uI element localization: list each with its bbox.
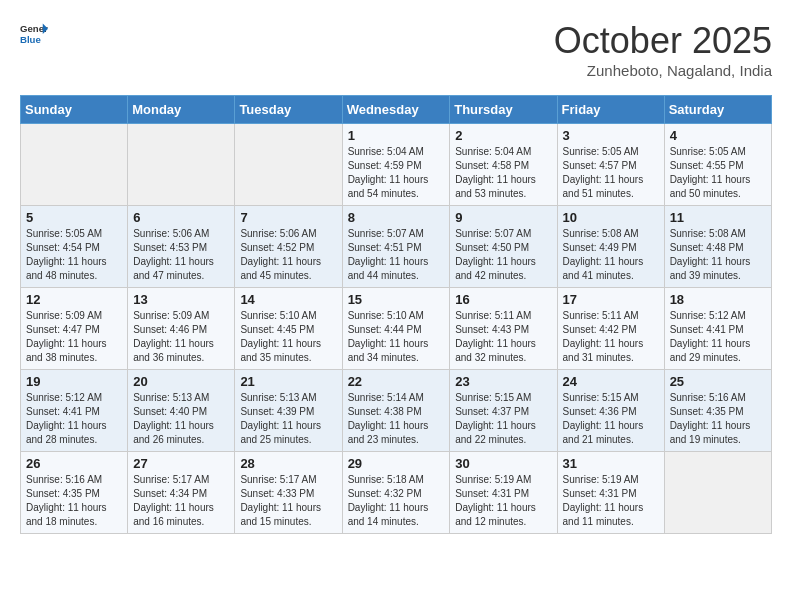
cell-content: Sunrise: 5:16 AM Sunset: 4:35 PM Dayligh… xyxy=(26,473,122,529)
day-number: 19 xyxy=(26,374,122,389)
cell-content: Sunrise: 5:11 AM Sunset: 4:42 PM Dayligh… xyxy=(563,309,659,365)
cell-content: Sunrise: 5:08 AM Sunset: 4:48 PM Dayligh… xyxy=(670,227,766,283)
calendar-cell xyxy=(128,124,235,206)
day-number: 2 xyxy=(455,128,551,143)
day-number: 29 xyxy=(348,456,445,471)
calendar-week-3: 12Sunrise: 5:09 AM Sunset: 4:47 PM Dayli… xyxy=(21,288,772,370)
calendar-cell: 11Sunrise: 5:08 AM Sunset: 4:48 PM Dayli… xyxy=(664,206,771,288)
day-number: 23 xyxy=(455,374,551,389)
day-number: 12 xyxy=(26,292,122,307)
day-number: 15 xyxy=(348,292,445,307)
calendar-cell: 18Sunrise: 5:12 AM Sunset: 4:41 PM Dayli… xyxy=(664,288,771,370)
cell-content: Sunrise: 5:12 AM Sunset: 4:41 PM Dayligh… xyxy=(26,391,122,447)
cell-content: Sunrise: 5:15 AM Sunset: 4:36 PM Dayligh… xyxy=(563,391,659,447)
day-number: 16 xyxy=(455,292,551,307)
day-header-thursday: Thursday xyxy=(450,96,557,124)
day-number: 26 xyxy=(26,456,122,471)
calendar-cell: 16Sunrise: 5:11 AM Sunset: 4:43 PM Dayli… xyxy=(450,288,557,370)
calendar-cell: 25Sunrise: 5:16 AM Sunset: 4:35 PM Dayli… xyxy=(664,370,771,452)
calendar-week-4: 19Sunrise: 5:12 AM Sunset: 4:41 PM Dayli… xyxy=(21,370,772,452)
cell-content: Sunrise: 5:19 AM Sunset: 4:31 PM Dayligh… xyxy=(563,473,659,529)
calendar-cell: 17Sunrise: 5:11 AM Sunset: 4:42 PM Dayli… xyxy=(557,288,664,370)
cell-content: Sunrise: 5:05 AM Sunset: 4:55 PM Dayligh… xyxy=(670,145,766,201)
cell-content: Sunrise: 5:15 AM Sunset: 4:37 PM Dayligh… xyxy=(455,391,551,447)
calendar-week-2: 5Sunrise: 5:05 AM Sunset: 4:54 PM Daylig… xyxy=(21,206,772,288)
day-number: 11 xyxy=(670,210,766,225)
calendar-cell: 4Sunrise: 5:05 AM Sunset: 4:55 PM Daylig… xyxy=(664,124,771,206)
calendar-cell: 23Sunrise: 5:15 AM Sunset: 4:37 PM Dayli… xyxy=(450,370,557,452)
calendar-cell: 10Sunrise: 5:08 AM Sunset: 4:49 PM Dayli… xyxy=(557,206,664,288)
calendar-cell: 19Sunrise: 5:12 AM Sunset: 4:41 PM Dayli… xyxy=(21,370,128,452)
day-number: 17 xyxy=(563,292,659,307)
calendar-cell: 29Sunrise: 5:18 AM Sunset: 4:32 PM Dayli… xyxy=(342,452,450,534)
calendar-cell xyxy=(664,452,771,534)
calendar-cell: 21Sunrise: 5:13 AM Sunset: 4:39 PM Dayli… xyxy=(235,370,342,452)
day-number: 10 xyxy=(563,210,659,225)
cell-content: Sunrise: 5:19 AM Sunset: 4:31 PM Dayligh… xyxy=(455,473,551,529)
cell-content: Sunrise: 5:07 AM Sunset: 4:50 PM Dayligh… xyxy=(455,227,551,283)
calendar-cell: 12Sunrise: 5:09 AM Sunset: 4:47 PM Dayli… xyxy=(21,288,128,370)
calendar-week-1: 1Sunrise: 5:04 AM Sunset: 4:59 PM Daylig… xyxy=(21,124,772,206)
day-header-saturday: Saturday xyxy=(664,96,771,124)
cell-content: Sunrise: 5:16 AM Sunset: 4:35 PM Dayligh… xyxy=(670,391,766,447)
day-number: 14 xyxy=(240,292,336,307)
day-number: 1 xyxy=(348,128,445,143)
calendar-cell: 2Sunrise: 5:04 AM Sunset: 4:58 PM Daylig… xyxy=(450,124,557,206)
calendar-cell: 22Sunrise: 5:14 AM Sunset: 4:38 PM Dayli… xyxy=(342,370,450,452)
day-number: 3 xyxy=(563,128,659,143)
day-header-tuesday: Tuesday xyxy=(235,96,342,124)
day-number: 25 xyxy=(670,374,766,389)
calendar-cell: 27Sunrise: 5:17 AM Sunset: 4:34 PM Dayli… xyxy=(128,452,235,534)
calendar-cell: 8Sunrise: 5:07 AM Sunset: 4:51 PM Daylig… xyxy=(342,206,450,288)
cell-content: Sunrise: 5:11 AM Sunset: 4:43 PM Dayligh… xyxy=(455,309,551,365)
day-number: 20 xyxy=(133,374,229,389)
day-number: 24 xyxy=(563,374,659,389)
calendar-cell: 9Sunrise: 5:07 AM Sunset: 4:50 PM Daylig… xyxy=(450,206,557,288)
day-header-friday: Friday xyxy=(557,96,664,124)
calendar-cell: 30Sunrise: 5:19 AM Sunset: 4:31 PM Dayli… xyxy=(450,452,557,534)
calendar-cell: 13Sunrise: 5:09 AM Sunset: 4:46 PM Dayli… xyxy=(128,288,235,370)
calendar-cell xyxy=(235,124,342,206)
day-number: 5 xyxy=(26,210,122,225)
calendar-week-5: 26Sunrise: 5:16 AM Sunset: 4:35 PM Dayli… xyxy=(21,452,772,534)
location-subtitle: Zunheboto, Nagaland, India xyxy=(554,62,772,79)
day-number: 21 xyxy=(240,374,336,389)
cell-content: Sunrise: 5:04 AM Sunset: 4:59 PM Dayligh… xyxy=(348,145,445,201)
calendar-cell: 31Sunrise: 5:19 AM Sunset: 4:31 PM Dayli… xyxy=(557,452,664,534)
calendar-table: SundayMondayTuesdayWednesdayThursdayFrid… xyxy=(20,95,772,534)
calendar-cell: 14Sunrise: 5:10 AM Sunset: 4:45 PM Dayli… xyxy=(235,288,342,370)
day-header-sunday: Sunday xyxy=(21,96,128,124)
page-header: General Blue October 2025 Zunheboto, Nag… xyxy=(20,20,772,79)
cell-content: Sunrise: 5:05 AM Sunset: 4:57 PM Dayligh… xyxy=(563,145,659,201)
day-header-monday: Monday xyxy=(128,96,235,124)
day-number: 6 xyxy=(133,210,229,225)
day-number: 30 xyxy=(455,456,551,471)
cell-content: Sunrise: 5:13 AM Sunset: 4:39 PM Dayligh… xyxy=(240,391,336,447)
calendar-cell: 24Sunrise: 5:15 AM Sunset: 4:36 PM Dayli… xyxy=(557,370,664,452)
cell-content: Sunrise: 5:08 AM Sunset: 4:49 PM Dayligh… xyxy=(563,227,659,283)
calendar-cell xyxy=(21,124,128,206)
calendar-cell: 20Sunrise: 5:13 AM Sunset: 4:40 PM Dayli… xyxy=(128,370,235,452)
cell-content: Sunrise: 5:10 AM Sunset: 4:44 PM Dayligh… xyxy=(348,309,445,365)
calendar-cell: 1Sunrise: 5:04 AM Sunset: 4:59 PM Daylig… xyxy=(342,124,450,206)
day-header-wednesday: Wednesday xyxy=(342,96,450,124)
cell-content: Sunrise: 5:09 AM Sunset: 4:47 PM Dayligh… xyxy=(26,309,122,365)
calendar-header-row: SundayMondayTuesdayWednesdayThursdayFrid… xyxy=(21,96,772,124)
calendar-cell: 28Sunrise: 5:17 AM Sunset: 4:33 PM Dayli… xyxy=(235,452,342,534)
cell-content: Sunrise: 5:17 AM Sunset: 4:33 PM Dayligh… xyxy=(240,473,336,529)
cell-content: Sunrise: 5:10 AM Sunset: 4:45 PM Dayligh… xyxy=(240,309,336,365)
cell-content: Sunrise: 5:12 AM Sunset: 4:41 PM Dayligh… xyxy=(670,309,766,365)
logo: General Blue xyxy=(20,20,48,48)
cell-content: Sunrise: 5:18 AM Sunset: 4:32 PM Dayligh… xyxy=(348,473,445,529)
cell-content: Sunrise: 5:07 AM Sunset: 4:51 PM Dayligh… xyxy=(348,227,445,283)
day-number: 31 xyxy=(563,456,659,471)
cell-content: Sunrise: 5:09 AM Sunset: 4:46 PM Dayligh… xyxy=(133,309,229,365)
calendar-cell: 3Sunrise: 5:05 AM Sunset: 4:57 PM Daylig… xyxy=(557,124,664,206)
svg-text:Blue: Blue xyxy=(20,34,41,45)
day-number: 8 xyxy=(348,210,445,225)
cell-content: Sunrise: 5:06 AM Sunset: 4:53 PM Dayligh… xyxy=(133,227,229,283)
day-number: 7 xyxy=(240,210,336,225)
day-number: 28 xyxy=(240,456,336,471)
day-number: 4 xyxy=(670,128,766,143)
cell-content: Sunrise: 5:13 AM Sunset: 4:40 PM Dayligh… xyxy=(133,391,229,447)
